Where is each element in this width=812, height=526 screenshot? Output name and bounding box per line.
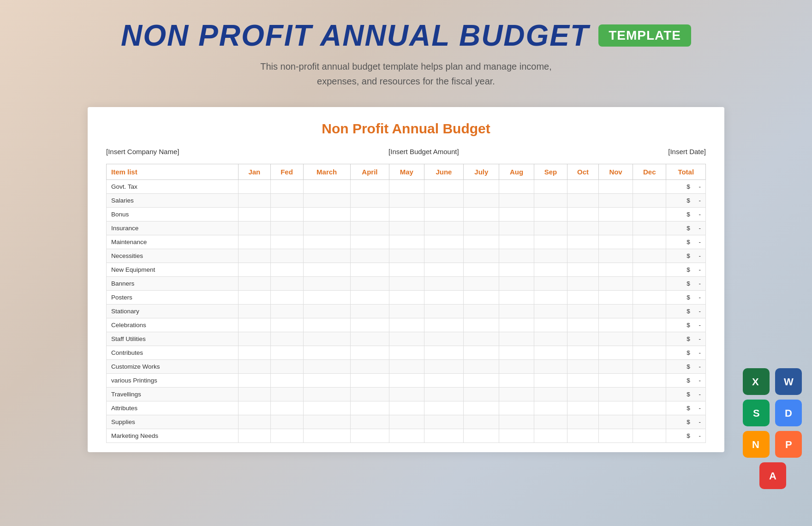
month-value-cell[interactable]	[633, 305, 666, 318]
month-value-cell[interactable]	[239, 249, 270, 263]
month-value-cell[interactable]	[599, 291, 633, 305]
month-value-cell[interactable]	[270, 374, 303, 388]
month-value-cell[interactable]	[499, 429, 534, 443]
month-value-cell[interactable]	[599, 221, 633, 235]
month-value-cell[interactable]	[350, 415, 389, 429]
month-value-cell[interactable]	[389, 194, 424, 208]
month-value-cell[interactable]	[633, 277, 666, 291]
month-value-cell[interactable]	[303, 401, 350, 415]
month-value-cell[interactable]	[599, 277, 633, 291]
month-value-cell[interactable]	[270, 388, 303, 401]
month-value-cell[interactable]	[633, 401, 666, 415]
month-value-cell[interactable]	[599, 180, 633, 194]
month-value-cell[interactable]	[633, 291, 666, 305]
month-value-cell[interactable]	[567, 291, 599, 305]
month-value-cell[interactable]	[239, 235, 270, 249]
month-value-cell[interactable]	[389, 305, 424, 318]
month-value-cell[interactable]	[599, 194, 633, 208]
month-value-cell[interactable]	[424, 249, 464, 263]
sheets-icon[interactable]: S	[743, 400, 770, 426]
month-value-cell[interactable]	[350, 346, 389, 360]
month-value-cell[interactable]	[599, 305, 633, 318]
month-value-cell[interactable]	[464, 180, 499, 194]
month-value-cell[interactable]	[599, 360, 633, 374]
month-value-cell[interactable]	[424, 277, 464, 291]
month-value-cell[interactable]	[534, 429, 567, 443]
month-value-cell[interactable]	[567, 277, 599, 291]
month-value-cell[interactable]	[633, 429, 666, 443]
month-value-cell[interactable]	[239, 208, 270, 221]
month-value-cell[interactable]	[424, 415, 464, 429]
month-value-cell[interactable]	[270, 318, 303, 332]
month-value-cell[interactable]	[303, 291, 350, 305]
month-value-cell[interactable]	[534, 291, 567, 305]
month-value-cell[interactable]	[534, 360, 567, 374]
month-value-cell[interactable]	[239, 194, 270, 208]
month-value-cell[interactable]	[424, 180, 464, 194]
month-value-cell[interactable]	[270, 263, 303, 277]
date-placeholder[interactable]: [Insert Date]	[668, 148, 706, 155]
month-value-cell[interactable]	[464, 235, 499, 249]
month-value-cell[interactable]	[424, 360, 464, 374]
month-value-cell[interactable]	[239, 305, 270, 318]
month-value-cell[interactable]	[424, 263, 464, 277]
month-value-cell[interactable]	[534, 249, 567, 263]
month-value-cell[interactable]	[350, 332, 389, 346]
month-value-cell[interactable]	[499, 208, 534, 221]
month-value-cell[interactable]	[534, 221, 567, 235]
month-value-cell[interactable]	[239, 360, 270, 374]
month-value-cell[interactable]	[239, 180, 270, 194]
month-value-cell[interactable]	[534, 277, 567, 291]
month-value-cell[interactable]	[567, 221, 599, 235]
month-value-cell[interactable]	[270, 346, 303, 360]
month-value-cell[interactable]	[350, 305, 389, 318]
month-value-cell[interactable]	[567, 346, 599, 360]
month-value-cell[interactable]	[499, 401, 534, 415]
month-value-cell[interactable]	[633, 208, 666, 221]
month-value-cell[interactable]	[633, 346, 666, 360]
month-value-cell[interactable]	[270, 235, 303, 249]
month-value-cell[interactable]	[567, 332, 599, 346]
month-value-cell[interactable]	[389, 291, 424, 305]
month-value-cell[interactable]	[350, 360, 389, 374]
month-value-cell[interactable]	[350, 388, 389, 401]
month-value-cell[interactable]	[534, 208, 567, 221]
month-value-cell[interactable]	[239, 401, 270, 415]
month-value-cell[interactable]	[270, 415, 303, 429]
month-value-cell[interactable]	[239, 277, 270, 291]
month-value-cell[interactable]	[534, 263, 567, 277]
month-value-cell[interactable]	[424, 235, 464, 249]
month-value-cell[interactable]	[389, 208, 424, 221]
month-value-cell[interactable]	[534, 235, 567, 249]
month-value-cell[interactable]	[303, 360, 350, 374]
month-value-cell[interactable]	[464, 415, 499, 429]
month-value-cell[interactable]	[303, 221, 350, 235]
month-value-cell[interactable]	[389, 263, 424, 277]
month-value-cell[interactable]	[599, 318, 633, 332]
month-value-cell[interactable]	[389, 180, 424, 194]
month-value-cell[interactable]	[464, 360, 499, 374]
month-value-cell[interactable]	[599, 415, 633, 429]
month-value-cell[interactable]	[464, 429, 499, 443]
month-value-cell[interactable]	[464, 221, 499, 235]
month-value-cell[interactable]	[499, 415, 534, 429]
month-value-cell[interactable]	[599, 429, 633, 443]
month-value-cell[interactable]	[567, 374, 599, 388]
month-value-cell[interactable]	[534, 194, 567, 208]
month-value-cell[interactable]	[350, 235, 389, 249]
month-value-cell[interactable]	[303, 346, 350, 360]
month-value-cell[interactable]	[499, 263, 534, 277]
month-value-cell[interactable]	[633, 318, 666, 332]
month-value-cell[interactable]	[499, 374, 534, 388]
month-value-cell[interactable]	[633, 360, 666, 374]
month-value-cell[interactable]	[534, 401, 567, 415]
month-value-cell[interactable]	[239, 374, 270, 388]
month-value-cell[interactable]	[270, 305, 303, 318]
month-value-cell[interactable]	[567, 401, 599, 415]
month-value-cell[interactable]	[567, 429, 599, 443]
month-value-cell[interactable]	[633, 221, 666, 235]
month-value-cell[interactable]	[350, 208, 389, 221]
month-value-cell[interactable]	[424, 194, 464, 208]
month-value-cell[interactable]	[464, 346, 499, 360]
month-value-cell[interactable]	[350, 249, 389, 263]
